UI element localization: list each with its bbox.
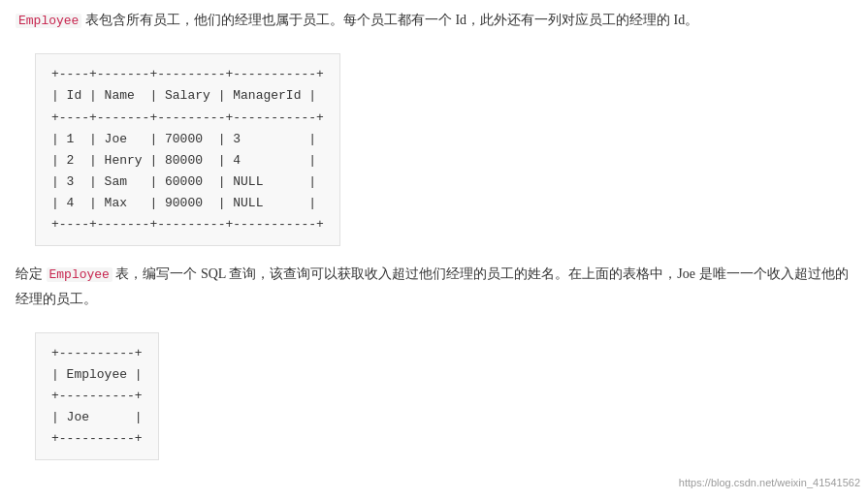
employee-keyword-2: Employee [47, 267, 113, 282]
section-text-before: 给定 [16, 266, 47, 281]
employee-table: +----+-------+---------+-----------+ | I… [35, 53, 340, 246]
watermark: https://blog.csdn.net/weixin_41541562 [679, 475, 860, 492]
employee-keyword-1: Employee [16, 14, 81, 28]
intro-paragraph: Employee 表包含所有员工，他们的经理也属于员工。每个员工都有一个 Id，… [16, 8, 852, 32]
intro-text-body: 表包含所有员工，他们的经理也属于员工。每个员工都有一个 Id，此外还有一列对应员… [81, 13, 698, 27]
section-text-after: 表，编写一个 SQL 查询，该查询可以获取收入超过他们经理的员工的姓名。在上面的… [16, 266, 849, 305]
result-table: +----------+ | Employee | +----------+ |… [35, 332, 159, 460]
section-paragraph: 给定 Employee 表，编写一个 SQL 查询，该查询可以获取收入超过他们经… [16, 262, 852, 311]
